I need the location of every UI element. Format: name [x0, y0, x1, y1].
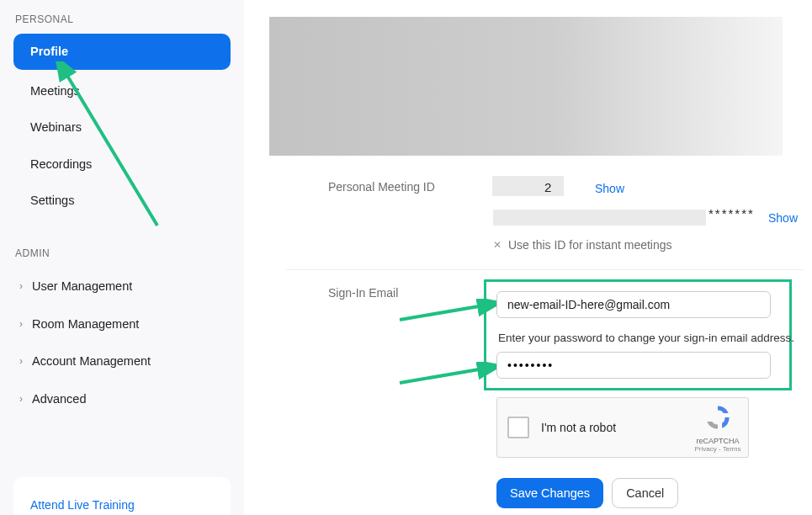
admin-item-user-management[interactable]: › User Management [0, 268, 244, 305]
recaptcha-icon [703, 403, 732, 432]
link-attend-training[interactable]: Attend Live Training [13, 489, 231, 516]
admin-item-label: Account Management [32, 351, 151, 372]
recaptcha-terms[interactable]: Privacy - Terms [687, 445, 748, 453]
recaptcha-checkbox[interactable] [507, 417, 529, 438]
chevron-right-icon: › [15, 390, 27, 407]
nav-item-settings[interactable]: Settings [0, 183, 244, 219]
admin-item-label: Room Management [32, 314, 139, 335]
cancel-button[interactable]: Cancel [612, 478, 678, 508]
recaptcha-branding: reCAPTCHA Privacy - Terms [687, 403, 748, 453]
recaptcha-label: reCAPTCHA [687, 437, 748, 445]
admin-item-advanced[interactable]: › Advanced [0, 380, 244, 418]
instant-meeting-label: Use this ID for instant meetings [508, 238, 672, 252]
admin-item-label: User Management [32, 276, 132, 297]
recaptcha-text: I'm not a robot [541, 421, 687, 434]
chevron-right-icon: › [15, 316, 27, 332]
nav-item-recordings[interactable]: Recordings [0, 146, 244, 183]
save-changes-button[interactable]: Save Changes [496, 478, 603, 508]
help-links-box: Attend Live Training Video Tutorials [13, 477, 231, 516]
signin-label-row: Sign-In Email [328, 286, 492, 300]
password-input[interactable] [496, 352, 771, 379]
nav-item-profile[interactable]: Profile [13, 34, 231, 70]
admin-section: ADMIN › User Management › Room Managemen… [0, 244, 244, 418]
admin-item-account-management[interactable]: › Account Management [0, 342, 244, 380]
pmi-url-dots: ******* [709, 206, 755, 220]
sidebar: PERSONAL Profile Meetings Webinars Recor… [0, 0, 244, 515]
signin-email-label: Sign-In Email [328, 286, 492, 300]
nav-item-meetings[interactable]: Meetings [0, 73, 244, 109]
personal-section-header: PERSONAL [0, 10, 244, 34]
password-note: Enter your password to change your sign-… [498, 332, 794, 344]
section-divider [286, 269, 804, 270]
form-buttons: Save Changes Cancel [496, 478, 678, 508]
profile-banner [269, 17, 783, 156]
admin-section-header: ADMIN [0, 244, 244, 268]
signin-email-input[interactable] [496, 291, 771, 318]
nav-item-webinars[interactable]: Webinars [0, 109, 244, 146]
admin-item-room-management[interactable]: › Room Management [0, 305, 244, 343]
instant-meeting-row: ✕ Use this ID for instant meetings [493, 238, 672, 252]
pmi-last-digit: 2 [544, 180, 551, 194]
show-pmi-url-link[interactable]: Show [768, 211, 798, 225]
pmi-url-masked [493, 210, 706, 226]
show-pmi-link[interactable]: Show [595, 182, 624, 195]
admin-item-label: Advanced [32, 389, 87, 410]
main-content: Personal Meeting ID 2 Show ******* Show … [244, 0, 812, 515]
chevron-right-icon: › [15, 278, 27, 295]
chevron-right-icon: › [15, 353, 27, 369]
x-icon: ✕ [493, 239, 502, 251]
recaptcha-widget: I'm not a robot reCAPTCHA Privacy - Term… [496, 397, 749, 458]
pmi-masked-value [492, 176, 564, 196]
pmi-label-row: Personal Meeting ID [328, 180, 492, 194]
pmi-label: Personal Meeting ID [328, 180, 492, 194]
